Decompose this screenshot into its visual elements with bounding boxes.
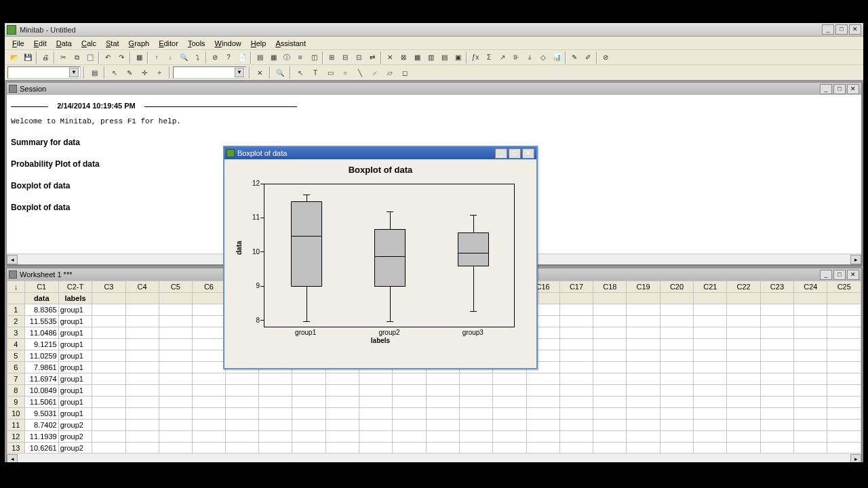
- empty-cell[interactable]: [593, 350, 627, 362]
- col-name[interactable]: [660, 293, 693, 304]
- empty-cell[interactable]: [827, 408, 861, 420]
- empty-cell[interactable]: [393, 420, 426, 431]
- empty-cell[interactable]: [426, 443, 459, 453]
- empty-cell[interactable]: [727, 420, 760, 431]
- empty-cell[interactable]: [593, 431, 627, 443]
- empty-cell[interactable]: [559, 316, 593, 327]
- data-cell[interactable]: 11.6974: [24, 373, 58, 385]
- empty-cell[interactable]: [694, 362, 727, 373]
- empty-cell[interactable]: [794, 350, 827, 362]
- empty-cell[interactable]: [426, 385, 459, 396]
- data-cell[interactable]: group1: [58, 327, 92, 339]
- empty-cell[interactable]: [393, 443, 426, 453]
- boxplot-minimize-button[interactable]: _: [495, 148, 507, 159]
- empty-cell[interactable]: [727, 396, 760, 408]
- table-row[interactable]: 118.7402group2: [7, 420, 861, 431]
- empty-cell[interactable]: [794, 396, 827, 408]
- empty-cell[interactable]: [627, 431, 660, 443]
- session-minimize-button[interactable]: _: [820, 84, 832, 94]
- empty-cell[interactable]: [359, 443, 392, 453]
- empty-cell[interactable]: [694, 408, 727, 420]
- next-button[interactable]: ↓: [163, 51, 177, 64]
- col-header[interactable]: C3: [92, 281, 125, 293]
- empty-cell[interactable]: [627, 408, 660, 420]
- row-header[interactable]: 1: [7, 304, 25, 316]
- empty-cell[interactable]: [159, 385, 192, 396]
- empty-cell[interactable]: [593, 304, 627, 316]
- empty-cell[interactable]: [694, 385, 727, 396]
- empty-cell[interactable]: [192, 304, 225, 316]
- empty-cell[interactable]: [794, 316, 827, 327]
- empty-cell[interactable]: [593, 362, 627, 373]
- history-window-button[interactable]: ≡: [294, 51, 307, 64]
- empty-cell[interactable]: [92, 396, 125, 408]
- paste-button[interactable]: 📋: [83, 51, 97, 64]
- empty-cell[interactable]: [660, 373, 693, 385]
- scroll-right-button[interactable]: ▸: [850, 255, 861, 264]
- empty-cell[interactable]: [559, 431, 593, 443]
- empty-cell[interactable]: [192, 396, 225, 408]
- worksheet-maximize-button[interactable]: □: [833, 270, 846, 280]
- empty-cell[interactable]: [760, 373, 793, 385]
- empty-cell[interactable]: [292, 373, 326, 385]
- empty-cell[interactable]: [694, 339, 727, 350]
- empty-cell[interactable]: [326, 396, 359, 408]
- session-maximize-button[interactable]: □: [833, 84, 846, 94]
- empty-cell[interactable]: [727, 385, 760, 396]
- open-button[interactable]: 📂: [7, 51, 21, 64]
- empty-cell[interactable]: [760, 408, 793, 420]
- find-button[interactable]: 🔍: [177, 51, 191, 64]
- empty-cell[interactable]: [827, 385, 861, 396]
- row-header[interactable]: 4: [7, 339, 25, 350]
- empty-cell[interactable]: [526, 408, 559, 420]
- empty-cell[interactable]: [359, 385, 392, 396]
- help-button[interactable]: ?: [222, 51, 235, 64]
- empty-cell[interactable]: [92, 431, 125, 443]
- tile-button[interactable]: ▦: [410, 51, 424, 64]
- col-header[interactable]: C19: [627, 281, 660, 293]
- row-header[interactable]: 11: [7, 420, 25, 431]
- empty-cell[interactable]: [727, 304, 760, 316]
- empty-cell[interactable]: [827, 420, 861, 431]
- insert-cols-button[interactable]: ⊡: [352, 51, 366, 64]
- menu-window[interactable]: Window: [210, 38, 246, 49]
- empty-cell[interactable]: [125, 327, 159, 339]
- empty-cell[interactable]: [694, 420, 727, 431]
- row-header[interactable]: 10: [7, 408, 25, 420]
- menu-assistant[interactable]: Assistant: [271, 38, 311, 49]
- data-cell[interactable]: 11.0259: [24, 350, 58, 362]
- empty-cell[interactable]: [559, 373, 593, 385]
- empty-cell[interactable]: [794, 304, 827, 316]
- empty-cell[interactable]: [259, 373, 292, 385]
- empty-cell[interactable]: [727, 408, 760, 420]
- data-cell[interactable]: 8.8365: [24, 304, 58, 316]
- empty-cell[interactable]: [259, 385, 292, 396]
- empty-cell[interactable]: [292, 385, 326, 396]
- empty-cell[interactable]: [459, 396, 492, 408]
- col-name[interactable]: [92, 293, 125, 304]
- empty-cell[interactable]: [627, 420, 660, 431]
- data-cell[interactable]: group1: [58, 385, 92, 396]
- col-header[interactable]: C4: [125, 281, 159, 293]
- empty-cell[interactable]: [627, 396, 660, 408]
- empty-cell[interactable]: [526, 396, 559, 408]
- table-row[interactable]: 711.6974group1: [7, 373, 861, 385]
- empty-cell[interactable]: [326, 431, 359, 443]
- empty-cell[interactable]: [192, 408, 225, 420]
- empty-cell[interactable]: [694, 304, 727, 316]
- menu-file[interactable]: File: [7, 38, 29, 49]
- regression-button[interactable]: ↗: [496, 51, 509, 64]
- empty-cell[interactable]: [827, 443, 861, 453]
- table-row[interactable]: 1310.6261group2: [7, 443, 861, 453]
- menu-stat[interactable]: Stat: [101, 38, 124, 49]
- empty-cell[interactable]: [159, 339, 192, 350]
- empty-cell[interactable]: [526, 420, 559, 431]
- empty-cell[interactable]: [326, 443, 359, 453]
- find-next-button[interactable]: ⤵: [191, 51, 204, 64]
- empty-cell[interactable]: [593, 396, 627, 408]
- row-header[interactable]: 2: [7, 316, 25, 327]
- session-titlebar[interactable]: Session _ □ ✕: [7, 83, 861, 95]
- empty-cell[interactable]: [259, 396, 292, 408]
- table-row[interactable]: 1211.1939group2: [7, 431, 861, 443]
- empty-cell[interactable]: [159, 327, 192, 339]
